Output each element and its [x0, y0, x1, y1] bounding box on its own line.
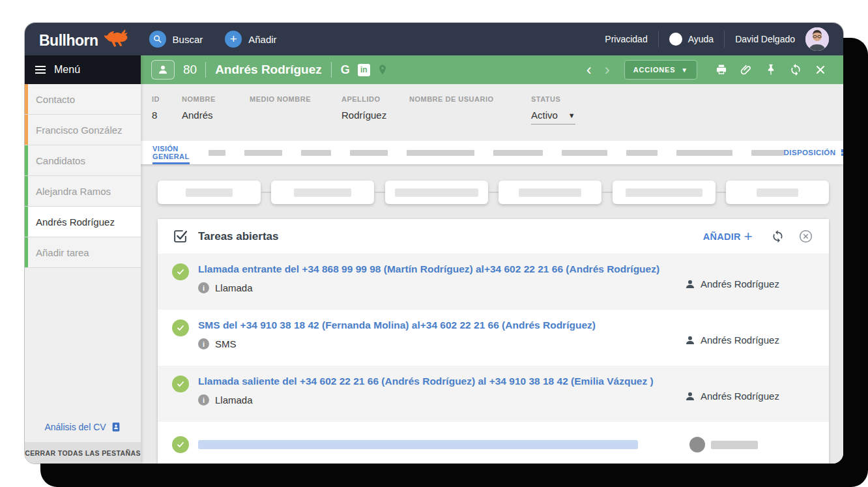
refresh-tasks-icon[interactable]: [771, 229, 785, 243]
tab-placeholder[interactable]: [676, 150, 732, 156]
sidebar-item-francisco-gonzalez[interactable]: Francisco González: [25, 115, 141, 145]
caret-down-icon: ▼: [568, 111, 575, 119]
previous-record-chevron[interactable]: ‹: [580, 62, 598, 78]
actions-dropdown-button[interactable]: ACCIONES ▼: [624, 60, 697, 80]
caret-down-icon: ▼: [681, 66, 688, 74]
task-owner-name: Andrés Rodríguez: [701, 391, 779, 402]
pipeline-step-card[interactable]: [385, 181, 488, 204]
divider: [331, 62, 332, 78]
user-avatar[interactable]: [805, 27, 829, 51]
close-all-tabs-button[interactable]: CERRAR TODAS LAS PESTAÑAS: [25, 442, 141, 464]
pipeline-step-card[interactable]: [613, 181, 716, 204]
sidebar-item-label: Candidatos: [36, 155, 85, 166]
task-complete-icon[interactable]: [172, 376, 189, 392]
open-tasks-card: Tareas abiertas AÑADIR +: [158, 219, 829, 464]
field-label: ID: [152, 95, 182, 103]
task-subtitle: i Llamada: [198, 282, 684, 293]
disposition-button[interactable]: DISPOSICIÓN: [784, 148, 843, 158]
sidebar-item-label: Contacto: [36, 94, 75, 105]
task-complete-icon[interactable]: [172, 319, 189, 336]
field-status: STATUS Activo ▼: [531, 95, 575, 141]
sidebar-item-candidatos[interactable]: Candidatos: [25, 145, 141, 176]
task-row: Llamada entrante del +34 868 99 99 98 (M…: [158, 254, 829, 310]
sidebar-item-contacto[interactable]: Contacto: [25, 84, 141, 115]
divider: [724, 31, 725, 48]
topbar: Bullhorn Buscar + Añadir Privacidad: [25, 23, 843, 55]
tasks-card-actions: AÑADIR +: [703, 229, 813, 244]
privacy-link[interactable]: Privacidad: [605, 34, 647, 44]
link-paperclip-icon[interactable]: [740, 63, 753, 76]
help-label: Ayuda: [688, 34, 714, 44]
tasks-card-header: Tareas abiertas AÑADIR +: [158, 219, 829, 254]
candidate-record-button[interactable]: [151, 60, 175, 80]
status-value: Activo: [531, 110, 558, 121]
divider: [205, 62, 206, 78]
step-placeholder: [395, 188, 478, 197]
pipeline-step-card[interactable]: [158, 181, 261, 204]
task-owner-name: Andrés Rodríguez: [701, 278, 779, 289]
field-label: MEDIO NOMBRE: [250, 95, 341, 103]
menu-button[interactable]: Menú: [25, 55, 141, 84]
field-id: ID 8: [152, 95, 182, 141]
next-record-chevron[interactable]: ›: [598, 62, 616, 78]
task-owner-link[interactable]: Andrés Rodríguez: [684, 391, 813, 402]
tab-placeholder[interactable]: [350, 150, 388, 156]
task-title-link[interactable]: Llamada saliente del +34 602 22 21 66 (A…: [198, 376, 684, 387]
sidebar-item-alejandra-ramos[interactable]: Alejandra Ramos: [25, 176, 141, 207]
user-name[interactable]: David Delgado: [735, 34, 795, 44]
task-owner-name: Andrés Rodríguez: [701, 334, 779, 346]
status-dropdown[interactable]: Activo ▼: [531, 110, 575, 125]
tab-placeholder[interactable]: [562, 150, 607, 156]
pipeline-step-card[interactable]: [499, 181, 601, 204]
sidebar-item-label: Francisco González: [36, 125, 123, 136]
task-owner-link[interactable]: Andrés Rodríguez: [684, 278, 813, 290]
info-icon: i: [198, 338, 209, 349]
refresh-icon[interactable]: [789, 63, 802, 76]
task-row: SMS del +34 910 38 18 42 (Fernanda Molin…: [158, 310, 829, 366]
google-icon[interactable]: G: [341, 63, 350, 77]
tab-placeholder[interactable]: [209, 150, 225, 156]
search-button[interactable]: Buscar: [149, 31, 203, 48]
layout-grid-icon: [840, 148, 843, 158]
field-apellido: APELLIDO Rodríguez: [341, 95, 409, 141]
print-icon[interactable]: [715, 63, 728, 76]
pipeline-step-card[interactable]: [726, 181, 829, 204]
sidebar-item-andres-rodriguez[interactable]: Andrés Rodríguez: [25, 207, 141, 237]
task-title-link[interactable]: SMS del +34 910 38 18 42 (Fernanda Molin…: [198, 319, 684, 331]
pin-icon[interactable]: [764, 63, 777, 76]
close-card-icon[interactable]: [798, 229, 813, 244]
task-complete-icon[interactable]: [172, 263, 189, 280]
person-icon: [684, 334, 696, 346]
tab-placeholder[interactable]: [493, 150, 543, 156]
task-main: SMS del +34 910 38 18 42 (Fernanda Molin…: [198, 319, 684, 366]
tab-placeholder[interactable]: [751, 150, 784, 156]
record-tabs: VISIÓN GENERAL DISPOSICIÓN: [141, 141, 843, 164]
field-label: NOMBRE DE USUARIO: [409, 95, 531, 103]
sidebar-item-anadir-tarea[interactable]: Añadir tarea: [25, 237, 141, 268]
tab-placeholder[interactable]: [244, 150, 282, 156]
field-value: Rodríguez: [341, 110, 409, 121]
task-subtitle: i SMS: [198, 338, 684, 349]
help-link[interactable]: Ayuda: [669, 33, 714, 46]
tab-placeholder[interactable]: [626, 150, 658, 156]
cv-analysis-link[interactable]: Análisis del CV: [25, 415, 141, 442]
task-title-link[interactable]: Llamada entrante del +34 868 99 99 98 (M…: [198, 263, 684, 275]
add-task-button[interactable]: AÑADIR +: [703, 229, 753, 244]
tab-accent-bar: [25, 176, 28, 206]
step-connector: [374, 192, 384, 193]
tab-vision-general[interactable]: VISIÓN GENERAL: [152, 141, 190, 164]
location-pin-icon[interactable]: [377, 64, 388, 76]
add-task-label: AÑADIR: [703, 231, 741, 242]
add-button[interactable]: + Añadir: [225, 31, 276, 48]
field-value: [409, 110, 531, 121]
task-owner-link[interactable]: Andrés Rodríguez: [684, 334, 813, 346]
tab-placeholder[interactable]: [301, 150, 331, 156]
person-icon: [157, 64, 169, 76]
tab-placeholder[interactable]: [407, 150, 474, 156]
pipeline-step-card[interactable]: [271, 181, 374, 204]
task-type: Llamada: [215, 282, 253, 293]
person-icon: [684, 278, 696, 290]
loading-placeholder-avatar: [689, 437, 705, 452]
linkedin-icon[interactable]: in: [358, 64, 370, 76]
close-record-icon[interactable]: [814, 63, 827, 76]
